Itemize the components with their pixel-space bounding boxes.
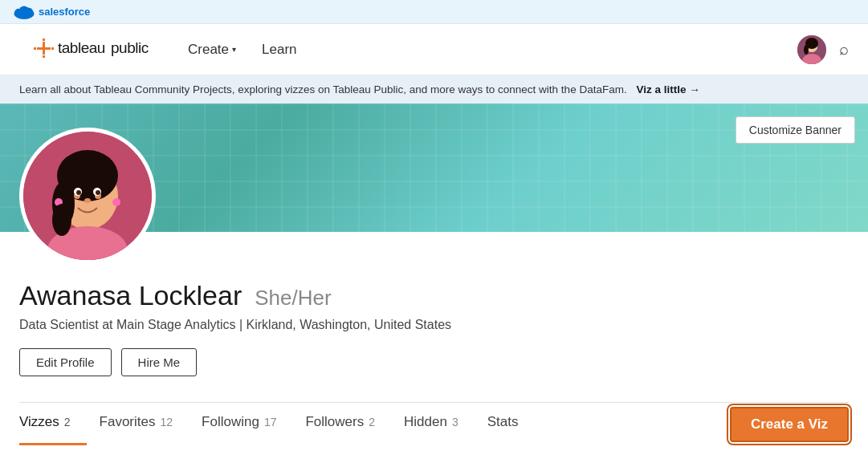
profile-content: Awanasa Locklear She/Her Data Scientist … xyxy=(0,232,868,445)
svg-point-28 xyxy=(96,190,100,195)
create-viz-button[interactable]: Create a Viz xyxy=(730,407,849,442)
salesforce-bar: salesforce xyxy=(0,0,868,24)
svg-rect-5 xyxy=(37,47,51,50)
nav-create[interactable]: Create ▾ xyxy=(188,42,236,58)
salesforce-logo: salesforce xyxy=(13,5,90,19)
svg-text:public: public xyxy=(111,39,149,56)
svg-point-17 xyxy=(804,45,809,55)
profile-title: Data Scientist at Main Stage Analytics |… xyxy=(19,318,849,332)
nav-links: Create ▾ Learn xyxy=(188,42,765,58)
customize-banner-button[interactable]: Customize Banner xyxy=(736,116,855,144)
svg-point-32 xyxy=(52,204,71,236)
profile-pronouns: She/Her xyxy=(255,286,331,311)
tab-followers[interactable]: Followers 2 xyxy=(305,403,391,445)
salesforce-cloud-icon xyxy=(13,5,35,19)
profile-avatar xyxy=(19,128,156,264)
profile-name: Awanasa Locklear xyxy=(19,280,242,311)
nav-right: ⌕ xyxy=(797,35,849,64)
tableau-logo-svg: tableau public xyxy=(19,34,156,61)
tab-following[interactable]: Following 17 xyxy=(202,403,292,445)
svg-rect-6 xyxy=(43,39,45,41)
avatar[interactable] xyxy=(797,35,826,64)
top-nav: tableau public Create ▾ Learn ⌕ xyxy=(0,24,868,75)
profile-actions: Edit Profile Hire Me xyxy=(19,348,849,376)
tab-vizzes[interactable]: Vizzes 2 xyxy=(19,403,87,445)
create-chevron-icon: ▾ xyxy=(232,45,236,54)
profile-info: Awanasa Locklear She/Her Data Scientist … xyxy=(19,232,849,445)
svg-point-31 xyxy=(112,198,120,206)
tab-hidden[interactable]: Hidden 3 xyxy=(404,403,475,445)
nav-learn[interactable]: Learn xyxy=(262,42,296,58)
hire-me-button[interactable]: Hire Me xyxy=(121,348,198,376)
info-banner: Learn all about Tableau Community Projec… xyxy=(0,75,868,104)
svg-point-3 xyxy=(19,6,29,15)
svg-rect-8 xyxy=(34,47,36,50)
tableau-logo[interactable]: tableau public xyxy=(19,34,156,66)
profile-name-row: Awanasa Locklear She/Her xyxy=(19,280,849,311)
viz-link[interactable]: Viz a little → xyxy=(636,83,699,95)
profile-avatar-image xyxy=(23,132,152,260)
svg-point-27 xyxy=(76,190,81,195)
salesforce-text: salesforce xyxy=(39,6,90,18)
svg-rect-7 xyxy=(43,55,45,58)
tab-stats[interactable]: Stats xyxy=(487,403,535,445)
tab-favorites[interactable]: Favorites 12 xyxy=(100,403,189,445)
svg-rect-9 xyxy=(51,47,54,50)
svg-text:tableau: tableau xyxy=(58,39,105,56)
svg-point-29 xyxy=(84,198,91,203)
tabs-right: Create a Viz xyxy=(730,407,849,442)
avatar-image xyxy=(797,35,826,64)
edit-profile-button[interactable]: Edit Profile xyxy=(19,348,112,376)
tabs-bar: Vizzes 2 Favorites 12 Following 17 Follo… xyxy=(19,402,849,445)
search-button[interactable]: ⌕ xyxy=(839,40,849,59)
